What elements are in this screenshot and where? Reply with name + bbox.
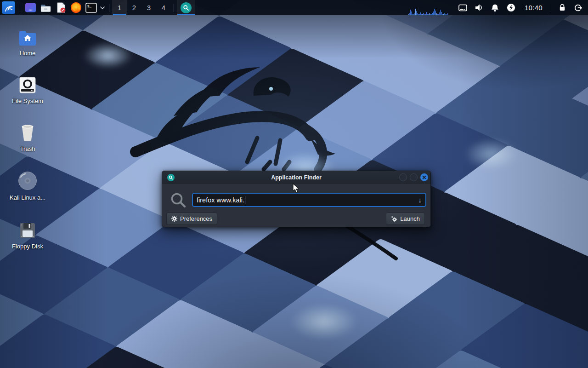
window-title: Application Finder [162,174,430,181]
text-editor-launcher[interactable] [53,0,68,15]
file-manager-icon [40,3,51,13]
workspace-label: 2 [132,4,136,12]
panel-separator [20,4,20,12]
desktop-icon-label: Trash [20,145,35,152]
workspace-4-button[interactable]: 4 [156,0,171,15]
desktop-icon-file-system[interactable]: File System [6,74,50,104]
desktop-icon-floppy-disk[interactable]: Floppy Disk [6,219,50,250]
launch-button[interactable]: Launch [386,213,425,225]
clock[interactable]: 10:40 [519,0,548,15]
display-icon[interactable] [455,0,471,15]
desktop-icon-label: Floppy Disk [12,243,43,250]
kali-desktop: $_ 1 2 3 4 [0,0,588,368]
home-folder-icon [18,26,37,46]
chevron-down-icon [100,6,105,9]
desktop-icon-kali-linux[interactable]: Kali Linux a... [6,170,50,201]
power-manager-icon[interactable] [503,0,519,15]
launch-gear-icon [391,216,397,222]
minimize-button[interactable] [399,173,407,181]
logout-icon[interactable] [570,0,586,15]
taskbar-application-finder-button[interactable] [177,0,195,15]
search-input-value: firefox www.kali. [197,196,244,204]
text-caret [245,196,246,204]
application-finder-window: Application Finder ✕ firefox www.kali. ↓… [162,171,431,227]
text-editor-icon [56,2,67,13]
system-monitor-graph-icon[interactable] [408,0,448,15]
terminal-icon: $_ [85,3,97,13]
workspace-1-button[interactable]: 1 [112,0,127,15]
search-input[interactable]: firefox www.kali. ↓ [192,193,426,207]
floppy-disk-icon [19,219,36,239]
gear-icon [171,216,177,222]
close-button[interactable]: ✕ [420,173,428,181]
workspace-label: 4 [162,4,165,12]
preferences-button[interactable]: Preferences [166,213,217,225]
launch-label: Launch [400,215,420,222]
desktop-icon-trash[interactable]: Trash [6,121,50,152]
search-magnifier-icon [170,191,187,211]
launcher-dropdown-chevron[interactable] [99,0,106,15]
desktop-icon-label: Home [20,50,36,57]
panel-separator [109,4,109,12]
application-finder-icon [181,2,192,13]
file-manager-launcher[interactable] [38,0,53,15]
filesystem-drive-icon [19,74,36,94]
firefox-icon [70,2,82,13]
maximize-button[interactable] [410,173,418,181]
desktop-icon-label: File System [12,98,43,104]
workspace-3-button[interactable]: 3 [141,0,156,15]
volume-icon[interactable] [471,0,487,15]
svg-text:$_: $_ [87,5,92,8]
workspace-2-button[interactable]: 2 [127,0,141,15]
disc-icon [18,170,37,190]
window-magnifier-icon [167,174,175,181]
firefox-launcher[interactable] [68,0,84,15]
workspace-label: 1 [118,4,121,12]
panel-separator [174,4,174,12]
workspace-label: 3 [147,4,151,12]
lock-icon[interactable] [554,0,570,15]
down-arrow-icon[interactable]: ↓ [418,196,422,204]
panel-separator [551,4,551,12]
window-app-launcher[interactable] [23,0,38,15]
titlebar[interactable]: Application Finder ✕ [162,171,430,184]
top-panel: $_ 1 2 3 4 [0,0,588,15]
desktop-icon-label: Kali Linux a... [10,194,45,201]
kali-dragon-icon [2,1,15,14]
notifications-bell-icon[interactable] [487,0,503,15]
window-app-icon [25,2,36,13]
terminal-launcher[interactable]: $_ [84,0,99,15]
preferences-label: Preferences [180,215,212,222]
applications-menu-button[interactable] [0,0,17,15]
clock-text: 10:40 [521,4,546,12]
desktop-icon-home[interactable]: Home [6,26,50,57]
trash-icon [18,121,37,142]
